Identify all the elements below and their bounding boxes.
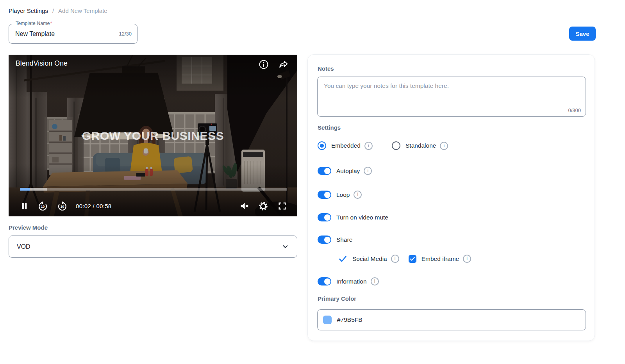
mute-icon[interactable] xyxy=(239,201,249,211)
information-toggle[interactable] xyxy=(318,277,331,285)
video-overlay-text: GROW YOUR BUSINESS xyxy=(9,129,297,143)
preview-mode-label: Preview Mode xyxy=(9,224,48,231)
video-player[interactable]: BlendVision One GROW YOUR BUSINESS 10 xyxy=(9,55,297,216)
social-media-info-icon[interactable]: i xyxy=(391,255,399,263)
social-media-checkbox[interactable] xyxy=(338,254,347,263)
loop-info-icon[interactable]: i xyxy=(354,191,362,199)
autoplay-info-icon[interactable]: i xyxy=(364,167,372,175)
settings-panel: Notes 0/300 Settings Embedded i Standalo… xyxy=(307,54,595,341)
autoplay-label: Autoplay xyxy=(336,168,360,175)
loop-label: Loop xyxy=(336,191,350,198)
loop-toggle[interactable] xyxy=(318,191,331,199)
preview-mode-select[interactable]: VOD xyxy=(9,236,297,258)
standalone-radio[interactable] xyxy=(392,141,400,150)
embed-iframe-label: Embed iframe xyxy=(421,255,459,262)
breadcrumb-player-settings[interactable]: Player Settings xyxy=(9,7,48,14)
information-info-icon[interactable]: i xyxy=(371,277,379,285)
standalone-label: Standalone xyxy=(405,142,436,149)
pause-button[interactable] xyxy=(20,201,29,211)
breadcrumb-current-page: Add New Template xyxy=(58,7,107,14)
embedded-label: Embedded xyxy=(331,142,361,149)
primary-color-swatch[interactable] xyxy=(323,316,332,324)
player-info-icon[interactable] xyxy=(259,59,269,70)
settings-heading: Settings xyxy=(318,124,341,131)
progress-fill xyxy=(20,188,30,191)
svg-text:10: 10 xyxy=(41,205,45,209)
breadcrumb-separator: / xyxy=(52,7,54,14)
forward-10-icon[interactable]: 10 xyxy=(57,201,68,211)
embed-iframe-checkbox[interactable] xyxy=(409,255,416,263)
template-name-counter: 12/30 xyxy=(119,24,132,43)
embed-iframe-info-icon[interactable]: i xyxy=(463,255,471,263)
video-mute-toggle[interactable] xyxy=(318,213,331,221)
primary-color-value: #79B5FB xyxy=(337,316,362,323)
svg-text:10: 10 xyxy=(61,205,64,209)
fullscreen-icon[interactable] xyxy=(277,201,287,211)
preview-mode-value: VOD xyxy=(17,243,30,250)
chevron-down-icon xyxy=(282,243,289,250)
notes-field: 0/300 xyxy=(317,77,586,117)
save-button[interactable]: Save xyxy=(569,27,596,41)
social-media-label: Social Media xyxy=(352,255,387,262)
share-toggle[interactable] xyxy=(318,236,331,244)
notes-heading: Notes xyxy=(318,65,334,72)
breadcrumb: Player Settings / Add New Template xyxy=(9,7,107,14)
notes-counter: 0/300 xyxy=(568,107,581,113)
video-mute-label: Turn on video mute xyxy=(336,214,388,221)
rewind-10-icon[interactable]: 10 xyxy=(38,201,48,211)
autoplay-toggle[interactable] xyxy=(318,167,331,175)
information-label: Information xyxy=(336,278,367,285)
standalone-info-icon[interactable]: i xyxy=(440,142,448,150)
player-brand-title: BlendVision One xyxy=(16,59,68,68)
embedded-info-icon[interactable]: i xyxy=(364,142,373,150)
primary-color-heading: Primary Color xyxy=(318,295,356,302)
primary-color-input[interactable]: #79B5FB xyxy=(317,309,586,330)
share-label: Share xyxy=(336,236,352,243)
template-name-field: Template Name * 12/30 xyxy=(9,24,138,44)
settings-gear-icon[interactable] xyxy=(258,201,268,211)
playback-time: 00:02 / 00:58 xyxy=(76,203,111,209)
embedded-radio[interactable] xyxy=(318,141,326,150)
player-share-icon[interactable] xyxy=(278,59,289,70)
progress-bar[interactable] xyxy=(20,188,287,191)
template-name-input[interactable] xyxy=(15,24,109,43)
notes-textarea[interactable] xyxy=(318,77,586,105)
